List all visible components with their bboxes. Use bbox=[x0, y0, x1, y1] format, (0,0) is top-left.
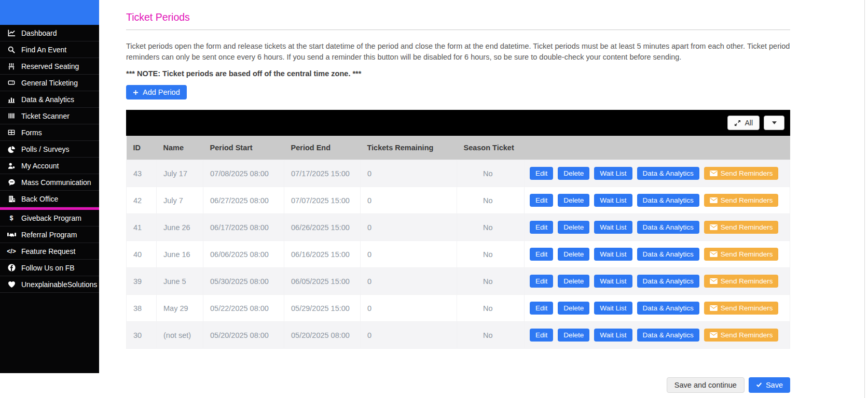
delete-button[interactable]: Delete bbox=[558, 329, 589, 342]
ticket-icon bbox=[7, 79, 16, 86]
delete-button[interactable]: Delete bbox=[558, 221, 589, 234]
edit-button[interactable]: Edit bbox=[530, 167, 553, 180]
row-actions: EditDeleteWait ListData & AnalyticsSend … bbox=[530, 167, 784, 180]
save-and-continue-button[interactable]: Save and continue bbox=[667, 377, 745, 393]
add-period-button[interactable]: Add Period bbox=[126, 85, 187, 100]
sidebar-item-follow-us-on-fb[interactable]: Follow Us on FB bbox=[0, 260, 99, 276]
send-reminders-button[interactable]: Send Reminders bbox=[704, 221, 779, 234]
chart-bar-icon bbox=[7, 96, 16, 103]
table-row: 30 (not set) 05/20/2025 08:00 05/20/2025… bbox=[127, 322, 790, 349]
button-label: Wait List bbox=[600, 196, 626, 204]
wait-list-button[interactable]: Wait List bbox=[594, 167, 632, 180]
edit-button[interactable]: Edit bbox=[530, 248, 553, 261]
save-button[interactable]: Save bbox=[749, 377, 790, 393]
dollar-icon: $ bbox=[7, 215, 16, 222]
sidebar-item-find-an-event[interactable]: Find An Event bbox=[0, 41, 99, 58]
scrollbar[interactable] bbox=[864, 0, 865, 398]
row-actions: EditDeleteWait ListData & AnalyticsSend … bbox=[530, 248, 784, 261]
check-icon bbox=[756, 381, 762, 389]
data-analytics-button[interactable]: Data & Analytics bbox=[637, 302, 699, 315]
data-analytics-button[interactable]: Data & Analytics bbox=[637, 248, 699, 261]
delete-button[interactable]: Delete bbox=[558, 167, 589, 180]
wait-list-button[interactable]: Wait List bbox=[594, 329, 632, 342]
sidebar-item-giveback-program[interactable]: $ Giveback Program bbox=[0, 210, 99, 226]
sidebar-item-my-account[interactable]: My Account bbox=[0, 158, 99, 174]
table-header-row: IDNamePeriod StartPeriod EndTickets Rema… bbox=[127, 136, 790, 160]
sidebar-item-label: Follow Us on FB bbox=[21, 264, 75, 272]
add-period-label: Add Period bbox=[143, 88, 180, 96]
edit-button[interactable]: Edit bbox=[530, 329, 553, 342]
edit-button[interactable]: Edit bbox=[530, 194, 553, 207]
row-actions: EditDeleteWait ListData & AnalyticsSend … bbox=[530, 221, 784, 234]
cell-id: 30 bbox=[127, 322, 157, 349]
button-label: Edit bbox=[535, 196, 547, 204]
cell-period-end: 06/16/2025 15:00 bbox=[284, 241, 361, 268]
cell-season-ticket: No bbox=[457, 187, 525, 214]
delete-button[interactable]: Delete bbox=[558, 275, 589, 288]
send-reminders-button[interactable]: Send Reminders bbox=[704, 275, 779, 288]
button-label: Edit bbox=[535, 277, 547, 285]
edit-button[interactable]: Edit bbox=[530, 221, 553, 234]
wait-list-button[interactable]: Wait List bbox=[594, 221, 632, 234]
sidebar-item-label: Giveback Program bbox=[21, 214, 81, 222]
wait-list-button[interactable]: Wait List bbox=[594, 302, 632, 315]
send-reminders-button[interactable]: Send Reminders bbox=[704, 329, 779, 342]
edit-button[interactable]: Edit bbox=[530, 275, 553, 288]
wait-list-button[interactable]: Wait List bbox=[594, 248, 632, 261]
brand-block[interactable] bbox=[0, 0, 99, 25]
table-row: 42 July 7 06/27/2025 08:00 07/07/2025 15… bbox=[127, 187, 790, 214]
data-analytics-button[interactable]: Data & Analytics bbox=[637, 329, 699, 342]
cell-name: June 16 bbox=[157, 241, 203, 268]
data-analytics-button[interactable]: Data & Analytics bbox=[637, 194, 699, 207]
col-actions bbox=[525, 136, 790, 160]
button-label: Send Reminders bbox=[721, 304, 773, 312]
delete-button[interactable]: Delete bbox=[558, 302, 589, 315]
sidebar-item-referral-program[interactable]: Referral Program bbox=[0, 226, 99, 243]
send-reminders-button[interactable]: Send Reminders bbox=[704, 194, 779, 207]
edit-button[interactable]: Edit bbox=[530, 302, 553, 315]
row-actions: EditDeleteWait ListData & AnalyticsSend … bbox=[530, 302, 784, 315]
search-icon bbox=[7, 46, 16, 53]
cell-tickets-remaining: 0 bbox=[361, 268, 457, 295]
sidebar-item-forms[interactable]: Forms bbox=[0, 124, 99, 141]
table-row: 43 July 17 07/08/2025 08:00 07/17/2025 1… bbox=[127, 160, 790, 187]
button-label: Data & Analytics bbox=[643, 331, 694, 339]
chart-line-icon bbox=[7, 29, 16, 37]
button-label: Delete bbox=[563, 223, 584, 231]
send-reminders-button[interactable]: Send Reminders bbox=[704, 248, 779, 261]
sidebar-item-back-office[interactable]: Back Office bbox=[0, 191, 99, 207]
data-analytics-button[interactable]: Data & Analytics bbox=[637, 275, 699, 288]
sidebar-item-polls-surveys[interactable]: Polls / Surveys bbox=[0, 141, 99, 158]
sidebar-item-dashboard[interactable]: Dashboard bbox=[0, 25, 99, 41]
sidebar-item-mass-communication[interactable]: Mass Communication bbox=[0, 174, 99, 191]
button-label: Delete bbox=[563, 196, 584, 204]
sidebar-item-unexplainablesolutions[interactable]: UnexplainableSolutions bbox=[0, 276, 99, 293]
sidebar-item-label: Data & Analytics bbox=[21, 95, 74, 104]
expand-all-button[interactable]: All bbox=[727, 116, 760, 130]
sidebar-item-general-ticketing[interactable]: General Ticketing bbox=[0, 75, 99, 91]
comment-icon bbox=[7, 179, 16, 186]
button-label: Edit bbox=[535, 169, 547, 177]
cell-id: 41 bbox=[127, 214, 157, 241]
send-reminders-button[interactable]: Send Reminders bbox=[704, 167, 779, 180]
send-reminders-button[interactable]: Send Reminders bbox=[704, 302, 779, 315]
sidebar-item-reserved-seating[interactable]: Reserved Seating bbox=[0, 58, 99, 75]
sidebar-item-label: Reserved Seating bbox=[21, 62, 79, 70]
data-analytics-button[interactable]: Data & Analytics bbox=[637, 221, 699, 234]
data-analytics-button[interactable]: Data & Analytics bbox=[637, 167, 699, 180]
sidebar-item-ticket-scanner[interactable]: Ticket Scanner bbox=[0, 108, 99, 124]
table-options-dropdown[interactable] bbox=[764, 116, 784, 130]
button-label: Edit bbox=[535, 223, 547, 231]
sidebar-item-label: Back Office bbox=[21, 195, 58, 203]
cell-period-end: 05/29/2025 15:00 bbox=[284, 295, 361, 322]
wait-list-button[interactable]: Wait List bbox=[594, 275, 632, 288]
sidebar-item-data-analytics[interactable]: Data & Analytics bbox=[0, 91, 99, 108]
sidebar-item-feature-request[interactable]: </> Feature Request bbox=[0, 243, 99, 260]
wait-list-button[interactable]: Wait List bbox=[594, 194, 632, 207]
plus-icon bbox=[133, 90, 139, 95]
cell-period-start: 07/08/2025 08:00 bbox=[203, 160, 284, 187]
cell-period-start: 05/20/2025 08:00 bbox=[203, 322, 284, 349]
delete-button[interactable]: Delete bbox=[558, 194, 589, 207]
delete-button[interactable]: Delete bbox=[558, 248, 589, 261]
table-icon bbox=[7, 129, 16, 136]
